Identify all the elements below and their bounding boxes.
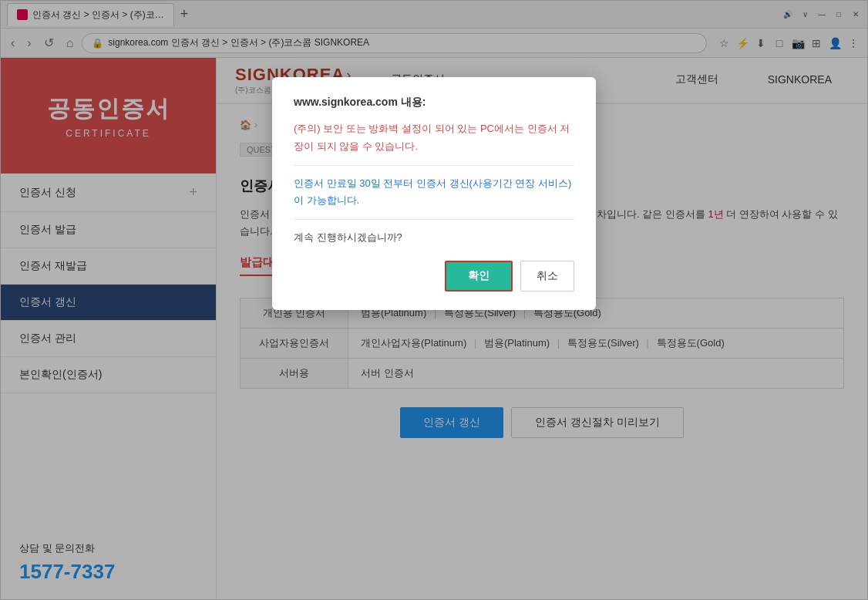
modal-overlay: www.signkorea.com 내용: (주의) 보안 또는 방화벽 설정이… [0,0,868,600]
modal-divider2 [294,219,574,220]
modal-warning-text: (주의) 보안 또는 방화벽 설정이 되어 있는 PC에서는 인증서 저장이 되… [294,120,574,156]
modal-title: www.signkorea.com 내용: [294,96,574,110]
modal-cancel-button[interactable]: 취소 [520,261,574,292]
modal-body: (주의) 보안 또는 방화벽 설정이 되어 있는 PC에서는 인증서 저장이 되… [294,120,574,247]
modal-divider [294,165,574,166]
modal-blue-text: 인증서 만료일 30일 전부터 인증서 갱신(사용기간 연장 서비스)이 가능합… [294,175,574,211]
modal-confirm-button[interactable]: 확인 [445,261,513,292]
modal-dialog: www.signkorea.com 내용: (주의) 보안 또는 방화벽 설정이… [272,77,596,310]
modal-buttons: 확인 취소 [294,261,574,292]
modal-question: 계속 진행하시겠습니까? [294,229,574,247]
